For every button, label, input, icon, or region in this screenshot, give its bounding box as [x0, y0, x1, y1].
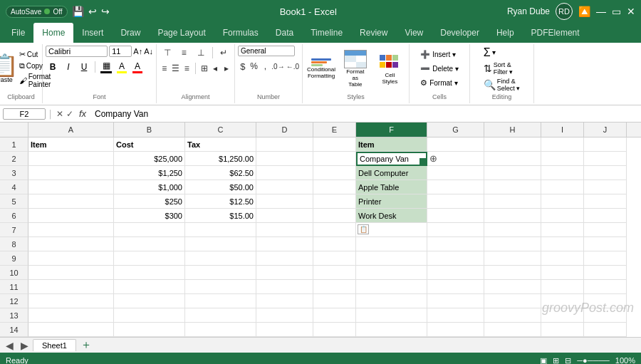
cell-a2[interactable] — [28, 152, 114, 166]
cell-b11[interactable] — [114, 280, 185, 294]
cell-j7[interactable] — [584, 223, 627, 237]
cell-f7[interactable]: 📋 — [356, 223, 427, 237]
cell-j9[interactable] — [584, 251, 627, 266]
formula-cancel-button[interactable]: ✕ — [56, 109, 63, 119]
autofill-handle[interactable] — [419, 158, 427, 165]
cell-h7[interactable] — [484, 223, 541, 237]
indent-decrease-button[interactable]: ◂ — [211, 61, 221, 76]
cell-f14[interactable] — [356, 323, 427, 337]
cell-a4[interactable] — [28, 180, 114, 194]
cell-e2[interactable] — [313, 152, 356, 166]
border-button[interactable]: ▦ — [99, 60, 113, 74]
sheet-tab-sheet1[interactable]: Sheet1 — [33, 339, 76, 351]
cell-b10[interactable] — [114, 266, 185, 280]
cell-i9[interactable] — [541, 251, 584, 266]
undo-icon[interactable]: ↩ — [88, 6, 97, 17]
cell-h2[interactable] — [484, 152, 541, 166]
cell-b5[interactable]: $250 — [114, 194, 185, 209]
zoom-slider[interactable]: ─●──── — [577, 356, 610, 364]
align-top-button[interactable]: ⊤ — [160, 46, 175, 60]
cell-c3[interactable]: $62.50 — [185, 166, 256, 180]
cell-c1[interactable]: Tax — [185, 137, 256, 152]
decimal-decrease-button[interactable]: ←.0 — [286, 59, 299, 73]
cell-h4[interactable] — [484, 180, 541, 194]
accounting-button[interactable]: $ — [238, 59, 248, 73]
cell-i8[interactable] — [541, 237, 584, 251]
cell-g5[interactable] — [427, 194, 484, 209]
tab-view[interactable]: View — [396, 23, 432, 43]
cell-i5[interactable] — [541, 194, 584, 209]
page-break-view-button[interactable]: ⊟ — [565, 356, 571, 365]
cell-d14[interactable] — [256, 323, 313, 337]
tab-pdfelement[interactable]: PDFElement — [523, 23, 588, 43]
row-num-1[interactable]: 1 — [0, 137, 28, 152]
format-as-table-button[interactable]: Format asTable — [340, 48, 371, 89]
ribbon-toggle-icon[interactable]: 🔼 — [578, 6, 590, 17]
col-header-i[interactable]: I — [541, 123, 584, 137]
cell-h12[interactable] — [484, 294, 541, 308]
format-cells-button[interactable]: ⚙ Format ▾ — [417, 77, 462, 89]
row-num-14[interactable]: 14 — [0, 323, 28, 337]
cell-i13[interactable] — [541, 308, 584, 323]
cell-e1[interactable] — [313, 137, 356, 152]
align-left-button[interactable]: ≡ — [160, 61, 170, 76]
cell-j3[interactable] — [584, 166, 627, 180]
cell-g9[interactable] — [427, 251, 484, 266]
normal-view-button[interactable]: ▣ — [540, 356, 547, 365]
page-layout-view-button[interactable]: ⊞ — [553, 356, 559, 365]
conditional-formatting-button[interactable]: ConditionalFormatting — [306, 57, 337, 80]
sum-button[interactable]: Σ ▾ — [484, 46, 521, 59]
cell-g6[interactable] — [427, 209, 484, 223]
cell-c5[interactable]: $12.50 — [185, 194, 256, 209]
cell-j10[interactable] — [584, 266, 627, 280]
cell-b2[interactable]: $25,000 — [114, 152, 185, 166]
tab-developer[interactable]: Developer — [432, 23, 488, 43]
cell-c14[interactable] — [185, 323, 256, 337]
cell-j11[interactable] — [584, 280, 627, 294]
avatar[interactable]: RD — [556, 3, 573, 20]
cell-j4[interactable] — [584, 180, 627, 194]
cell-d5[interactable] — [256, 194, 313, 209]
cell-c6[interactable]: $15.00 — [185, 209, 256, 223]
cell-c11[interactable] — [185, 280, 256, 294]
cell-b8[interactable] — [114, 237, 185, 251]
cell-d10[interactable] — [256, 266, 313, 280]
formula-accept-button[interactable]: ✓ — [66, 109, 73, 119]
cell-j1[interactable] — [584, 137, 627, 152]
row-num-7[interactable]: 7 — [0, 223, 28, 237]
cell-g10[interactable] — [427, 266, 484, 280]
cell-e4[interactable] — [313, 180, 356, 194]
cell-e12[interactable] — [313, 294, 356, 308]
cell-reference-box[interactable]: F2 — [3, 108, 46, 120]
row-num-11[interactable]: 11 — [0, 280, 28, 294]
cell-a12[interactable] — [28, 294, 114, 308]
cell-a13[interactable] — [28, 308, 114, 323]
cell-g14[interactable] — [427, 323, 484, 337]
cell-a3[interactable] — [28, 166, 114, 180]
cell-b6[interactable]: $300 — [114, 209, 185, 223]
sheet-nav-left[interactable]: ◀ — [3, 340, 16, 351]
cell-h8[interactable] — [484, 237, 541, 251]
cell-b4[interactable]: $1,000 — [114, 180, 185, 194]
cell-a6[interactable] — [28, 209, 114, 223]
italic-button[interactable]: I — [61, 60, 75, 74]
col-header-a[interactable]: A — [28, 123, 114, 137]
cell-f11[interactable] — [356, 280, 427, 294]
cell-e6[interactable] — [313, 209, 356, 223]
cell-e11[interactable] — [313, 280, 356, 294]
find-select-button[interactable]: 🔍 Find &Select ▾ — [484, 78, 521, 92]
cell-f5[interactable]: Printer — [356, 194, 427, 209]
paste-options-button[interactable]: 📋 — [358, 224, 369, 234]
cell-i7[interactable] — [541, 223, 584, 237]
cell-g2[interactable]: ⊕ — [427, 152, 484, 166]
cell-f9[interactable] — [356, 251, 427, 266]
cell-a5[interactable] — [28, 194, 114, 209]
cell-h9[interactable] — [484, 251, 541, 266]
minimize-icon[interactable]: — — [596, 6, 606, 17]
row-num-5[interactable]: 5 — [0, 194, 28, 209]
cell-b13[interactable] — [114, 308, 185, 323]
tab-page-layout[interactable]: Page Layout — [149, 23, 214, 43]
col-header-h[interactable]: H — [484, 123, 541, 137]
delete-cells-button[interactable]: ➖ Delete ▾ — [417, 63, 462, 75]
align-right-button[interactable]: ≡ — [182, 61, 192, 76]
